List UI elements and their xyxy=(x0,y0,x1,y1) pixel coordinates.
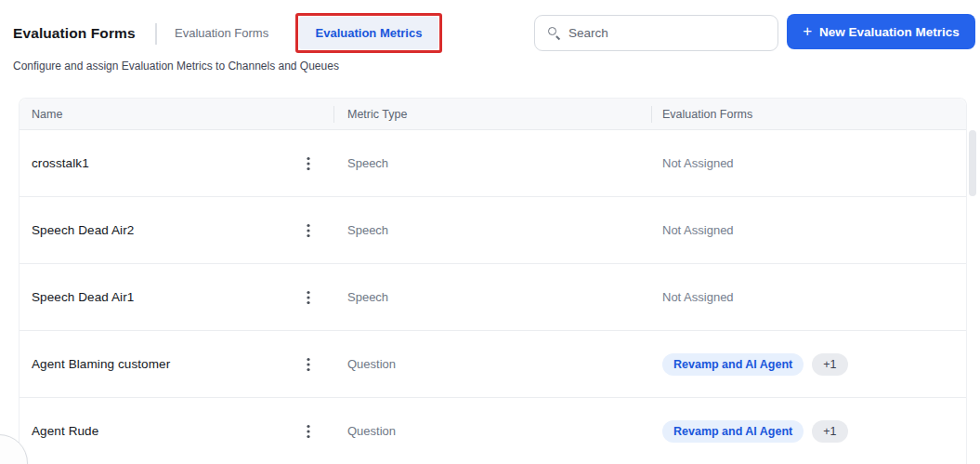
table-header: Name Metric Type Evaluation Forms xyxy=(20,99,966,130)
scrollbar-thumb[interactable] xyxy=(969,130,976,196)
metric-name: Speech Dead Air2 xyxy=(32,223,134,237)
kebab-menu-icon[interactable] xyxy=(301,420,316,443)
page-title: Evaluation Forms xyxy=(13,25,136,42)
title-divider xyxy=(155,23,157,45)
kebab-menu-icon[interactable] xyxy=(301,353,316,376)
metric-type-cell: Speech xyxy=(333,290,651,304)
column-header-evaluation-forms: Evaluation Forms xyxy=(651,108,966,121)
tab-evaluation-forms[interactable]: Evaluation Forms xyxy=(175,20,268,46)
metric-type-cell: Speech xyxy=(333,156,651,170)
name-cell: crosstalk1 xyxy=(20,152,333,175)
badge-count: +1 xyxy=(812,420,847,443)
kebab-menu-icon[interactable] xyxy=(301,152,316,175)
table-body: crosstalk1 Speech Not Assigned Speech De… xyxy=(20,130,966,464)
metric-type-cell: Speech xyxy=(333,223,651,237)
table-row[interactable]: Agent Blaming customer Question Revamp a… xyxy=(20,331,966,398)
column-header-metric-type: Metric Type xyxy=(333,108,651,121)
new-button-label: New Evaluation Metrics xyxy=(819,25,960,39)
evaluation-forms-cell: Revamp and AI Agent+1 xyxy=(651,353,966,376)
not-assigned-label: Not Assigned xyxy=(662,290,734,304)
search-icon xyxy=(548,27,560,39)
metrics-table: Name Metric Type Evaluation Forms crosst… xyxy=(19,98,967,464)
plus-icon: + xyxy=(803,23,812,39)
annotation-red-box: Evaluation Metrics xyxy=(295,13,442,53)
new-evaluation-metrics-button[interactable]: + New Evaluation Metrics xyxy=(787,14,975,49)
evaluation-forms-cell: Not Assigned xyxy=(651,223,966,237)
column-divider xyxy=(333,106,334,123)
not-assigned-label: Not Assigned xyxy=(662,223,734,237)
column-header-name: Name xyxy=(20,108,333,121)
column-divider xyxy=(651,106,652,123)
evaluation-forms-cell: Revamp and AI Agent+1 xyxy=(651,420,966,443)
not-assigned-label: Not Assigned xyxy=(662,156,734,170)
table-row[interactable]: Speech Dead Air1 Speech Not Assigned xyxy=(20,264,966,331)
badge-count: +1 xyxy=(812,353,847,376)
name-cell: Speech Dead Air2 xyxy=(20,219,333,242)
table-row[interactable]: Speech Dead Air2 Speech Not Assigned xyxy=(20,197,966,264)
topbar: Evaluation Forms Evaluation Forms Evalua… xyxy=(0,0,980,58)
metric-name: Agent Rude xyxy=(32,424,98,438)
name-cell: Agent Rude xyxy=(20,420,333,443)
metric-name: crosstalk1 xyxy=(32,156,89,170)
evaluation-forms-cell: Not Assigned xyxy=(651,290,966,304)
table-row[interactable]: Agent Rude Question Revamp and AI Agent+… xyxy=(20,398,966,464)
metric-type-cell: Question xyxy=(333,424,651,438)
badge-evaluation-form[interactable]: Revamp and AI Agent xyxy=(662,353,804,376)
kebab-menu-icon[interactable] xyxy=(301,219,316,242)
evaluation-forms-cell: Not Assigned xyxy=(651,156,966,170)
name-cell: Agent Blaming customer xyxy=(20,353,333,376)
metric-name: Speech Dead Air1 xyxy=(32,290,134,304)
metric-type-cell: Question xyxy=(333,357,651,371)
evaluation-metrics-page: Evaluation Forms Evaluation Forms Evalua… xyxy=(0,0,980,464)
table-row[interactable]: crosstalk1 Speech Not Assigned xyxy=(20,130,966,197)
badge-evaluation-form[interactable]: Revamp and AI Agent xyxy=(662,420,804,443)
search-input[interactable]: Search xyxy=(534,15,778,51)
search-placeholder: Search xyxy=(568,26,608,40)
kebab-menu-icon[interactable] xyxy=(301,286,316,309)
metric-name: Agent Blaming customer xyxy=(32,357,170,371)
tab-evaluation-metrics[interactable]: Evaluation Metrics xyxy=(299,17,438,49)
page-subtitle: Configure and assign Evaluation Metrics … xyxy=(13,60,339,73)
name-cell: Speech Dead Air1 xyxy=(20,286,333,309)
